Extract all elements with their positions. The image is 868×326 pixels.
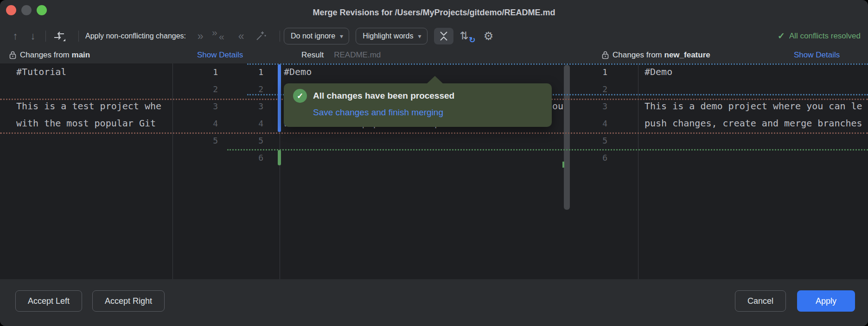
footer: Accept Left Accept Right Cancel Apply <box>0 279 868 326</box>
result-code-line[interactable]: #Demo <box>284 63 565 81</box>
cancel-button[interactable]: Cancel <box>735 290 786 312</box>
change-bar-green <box>278 150 281 165</box>
right-pane-header: Changes from new_feature <box>602 46 710 63</box>
chevron-down-icon: ▾ <box>340 32 343 40</box>
result-code-line[interactable]: Refer to `git-features.md` to ch <box>284 149 565 166</box>
apply-non-conflicting-label: Apply non-conflicting changes: <box>85 32 186 40</box>
minimize-window-button[interactable] <box>21 5 32 15</box>
close-window-button[interactable] <box>6 5 16 15</box>
right-show-details-link[interactable]: Show Details <box>794 46 840 63</box>
magic-wand-icon <box>255 30 267 42</box>
right-code-line: This is a demo project where you can le <box>645 98 868 115</box>
result-line-number: 5 <box>225 132 263 149</box>
left-line-number: 2 <box>181 81 218 98</box>
result-line3-visible-tail[interactable]: ou <box>552 98 565 115</box>
pane-headers: Changes from main Show Details Result RE… <box>0 46 868 63</box>
collapse-unchanged-button[interactable] <box>434 28 453 44</box>
apply-all-non-conflicting-button[interactable] <box>50 28 69 44</box>
accept-right-button[interactable]: Accept Right <box>92 290 165 312</box>
success-check-icon: ✓ <box>293 89 307 103</box>
result-label: Result <box>301 50 324 60</box>
left-line-number: 5 <box>181 132 218 149</box>
scrollbar-change-marker <box>562 162 564 168</box>
right-line-number: 4 <box>570 115 607 132</box>
apply-non-conflicting-all-button[interactable]: » « <box>210 29 231 44</box>
sync-circle-icon: ↻ <box>469 35 475 45</box>
left-code-line: #Tutorial <box>16 63 172 81</box>
left-line-number: 3 <box>181 98 218 115</box>
left-code-line: with the most popular Git <box>16 115 172 132</box>
save-and-finish-link[interactable]: Save changes and finish merging <box>313 107 542 118</box>
change-separator-brown <box>0 132 868 134</box>
result-pane-header: Result README.md <box>301 46 381 63</box>
lock-icon <box>9 51 16 59</box>
apply-non-conflicting-right-button[interactable]: « <box>231 31 251 41</box>
left-line-number: 1 <box>181 63 218 81</box>
right-line-number: 6 <box>570 149 607 166</box>
right-branch-name: new_feature <box>664 50 710 59</box>
chevrons-left-icon: « <box>219 31 224 42</box>
toolbar: ↑ ↓ Apply non-conflicting changes: » » «… <box>0 25 868 46</box>
popup-title: All changes have been processed <box>313 91 454 101</box>
pane-divider <box>172 63 173 279</box>
left-pane-header: Changes from main <box>9 46 90 63</box>
checkmark-icon: ✓ <box>778 31 785 41</box>
accept-left-button[interactable]: Accept Left <box>15 290 82 312</box>
change-separator-blue <box>247 63 868 65</box>
right-line-number: 1 <box>570 63 607 81</box>
toolbar-separator <box>45 31 46 42</box>
apply-non-conflicting-left-button[interactable]: » <box>191 31 210 41</box>
window-title: Merge Revisions for /Users/MyProjects/gi… <box>0 0 868 25</box>
result-scrollbar-thumb[interactable] <box>564 65 570 210</box>
lock-icon <box>602 51 609 59</box>
merge-revisions-dialog: Merge Revisions for /Users/MyProjects/gi… <box>0 0 868 326</box>
pane-divider <box>638 63 638 279</box>
all-changes-processed-popup: ✓ All changes have been processed Save c… <box>284 83 552 127</box>
chevron-down-icon: ▾ <box>418 32 421 40</box>
right-code-line: #Demo <box>645 63 868 81</box>
result-line-number: 6 <box>225 149 263 166</box>
apply-button[interactable]: Apply <box>797 290 855 312</box>
conflicts-status: ✓ All conflicts resolved <box>778 25 861 46</box>
result-line-number: 3 <box>225 98 263 115</box>
toolbar-separator <box>78 31 79 42</box>
settings-button[interactable]: ⚙ <box>479 30 498 43</box>
collapse-vertical-icon <box>438 30 449 42</box>
toolbar-separator <box>280 31 280 42</box>
right-pane-title: Changes from new_feature <box>613 50 710 60</box>
titlebar: Merge Revisions for /Users/MyProjects/gi… <box>0 0 868 25</box>
result-line-number: 1 <box>225 63 263 81</box>
vertical-arrows-icon: ⇅ <box>460 30 469 42</box>
ignore-policy-dropdown[interactable]: Do not ignore ▾ <box>284 28 349 44</box>
change-separator-green <box>227 149 868 150</box>
right-line-number: 3 <box>570 98 607 115</box>
traffic-lights <box>6 5 47 15</box>
zoom-window-button[interactable] <box>37 5 47 15</box>
left-line-number: 4 <box>181 115 218 132</box>
chevrons-right-icon: » <box>212 27 217 38</box>
right-line-number: 5 <box>570 132 607 149</box>
highlight-policy-value: Highlight words <box>363 32 413 40</box>
left-branch-name: main <box>72 50 90 59</box>
swap-arrows-icon <box>53 30 66 42</box>
next-change-button[interactable]: ↓ <box>24 30 42 42</box>
right-code-line: push changes, create and merge branches <box>645 115 868 132</box>
popup-arrow <box>427 76 443 84</box>
merge-editor: #Tutorial This is a test project whe wit… <box>0 63 868 279</box>
resolve-simple-conflicts-button[interactable] <box>251 28 270 44</box>
synchronize-scrolling-button[interactable]: ⇅ ↻ <box>459 29 476 44</box>
change-bar-blue <box>278 64 281 132</box>
left-show-details-link[interactable]: Show Details <box>197 46 243 63</box>
conflicts-status-label: All conflicts resolved <box>789 31 861 41</box>
right-code-line: Refer to `git-features.md` to check ou <box>645 149 868 166</box>
highlight-policy-dropdown[interactable]: Highlight words ▾ <box>356 28 427 44</box>
ignore-policy-value: Do not ignore <box>291 32 335 40</box>
result-line-number: 4 <box>225 115 263 132</box>
left-code-line: This is a test project whe <box>16 98 172 115</box>
previous-change-button[interactable]: ↑ <box>6 30 24 42</box>
result-filename: README.md <box>334 50 381 60</box>
left-pane-title: Changes from main <box>20 50 90 60</box>
